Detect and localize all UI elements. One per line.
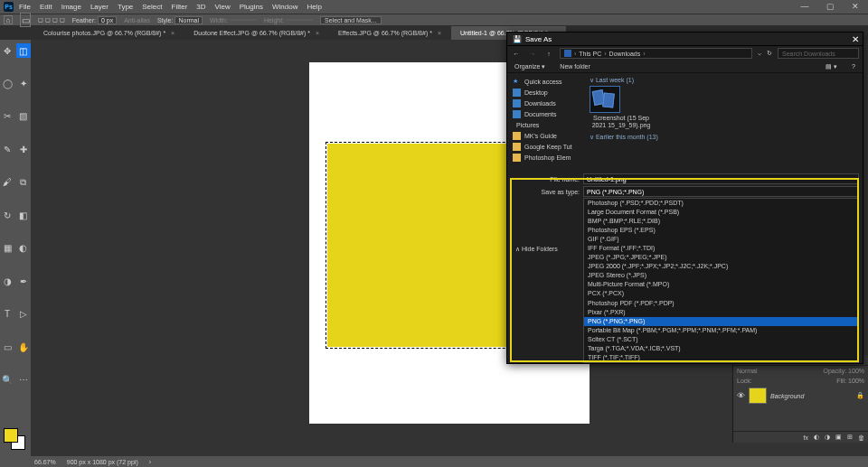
- type-option-pixar[interactable]: Pixar (*.PXR): [584, 308, 858, 317]
- organize-dropdown[interactable]: Organize ▾: [514, 63, 545, 70]
- style-dropdown[interactable]: Normal: [175, 16, 203, 24]
- healing-tool-icon[interactable]: ✚: [16, 142, 31, 156]
- menu-layer[interactable]: Layer: [90, 3, 108, 11]
- menu-select[interactable]: Select: [142, 3, 162, 11]
- frame-tool-icon[interactable]: ▧: [16, 109, 31, 124]
- mask-icon[interactable]: ◐: [814, 434, 819, 441]
- menu-help[interactable]: Help: [307, 3, 321, 11]
- blur-tool-icon[interactable]: ◐: [16, 241, 31, 256]
- gradient-tool-icon[interactable]: ▦: [0, 241, 14, 256]
- tab-colourise[interactable]: Colourise photos.JPG @ 66.7% (RGB/8#) *×: [34, 26, 184, 40]
- path-select-tool-icon[interactable]: ▷: [16, 307, 31, 322]
- more-tools-icon[interactable]: ⋯: [16, 373, 31, 388]
- close-icon[interactable]: ×: [316, 30, 319, 36]
- fill-value[interactable]: 100%: [848, 378, 864, 384]
- type-option-eps[interactable]: Photoshop EPS (*.EPS): [584, 226, 858, 235]
- fx-icon[interactable]: fx: [804, 434, 808, 441]
- layer-row-background[interactable]: 👁 Background 🔒: [733, 386, 868, 406]
- quick-select-tool-icon[interactable]: ✦: [16, 76, 31, 90]
- chevron-down-icon[interactable]: ⌵: [758, 50, 761, 57]
- nav-forward-icon[interactable]: →: [527, 51, 538, 57]
- eraser-tool-icon[interactable]: ◧: [16, 208, 31, 222]
- menu-filter[interactable]: Filter: [172, 3, 188, 11]
- search-input[interactable]: Search Downloads: [778, 48, 859, 59]
- help-icon[interactable]: ?: [852, 63, 855, 70]
- stamp-tool-icon[interactable]: ⧉: [16, 175, 31, 190]
- menu-image[interactable]: Image: [61, 3, 81, 11]
- nav-back-icon[interactable]: ←: [511, 51, 522, 57]
- menu-type[interactable]: Type: [118, 3, 133, 11]
- menu-3d[interactable]: 3D: [196, 3, 205, 11]
- blend-mode-dropdown[interactable]: Normal: [737, 368, 758, 374]
- layer-thumbnail[interactable]: [749, 388, 767, 404]
- eyedropper-tool-icon[interactable]: ✎: [0, 142, 14, 156]
- menu-plugins[interactable]: Plugins: [240, 3, 263, 11]
- close-button[interactable]: ✕: [843, 0, 868, 13]
- dialog-title-bar[interactable]: 💾 Save As ✕: [507, 33, 863, 46]
- zoom-tool-icon[interactable]: 🔍: [0, 373, 14, 388]
- save-type-dropdown[interactable]: PNG (*.PNG;*.PNG): [583, 186, 859, 197]
- sidebar-mks-guide[interactable]: MK's Guide: [507, 130, 584, 141]
- file-thumbnail[interactable]: [590, 86, 620, 113]
- type-option-mpo[interactable]: Multi-Picture Format (*.MPO): [584, 280, 858, 289]
- shape-tool-icon[interactable]: ▭: [0, 340, 14, 354]
- color-swatches[interactable]: [4, 428, 25, 450]
- menu-view[interactable]: View: [215, 3, 231, 11]
- lasso-tool-icon[interactable]: ◯: [0, 76, 14, 90]
- type-tool-icon[interactable]: T: [0, 307, 14, 322]
- breadcrumb-downloads[interactable]: Downloads: [609, 51, 641, 57]
- selection-mode-icons[interactable]: ◻ ◻ ◻ ◻: [38, 16, 65, 23]
- visibility-eye-icon[interactable]: 👁: [737, 391, 745, 400]
- type-option-pdf[interactable]: Photoshop PDF (*.PDF;*.PDP): [584, 299, 858, 308]
- type-option-iff[interactable]: IFF Format (*.IFF;*.TDI): [584, 244, 858, 253]
- breadcrumb-pc[interactable]: This PC: [579, 51, 601, 57]
- minimize-button[interactable]: —: [792, 0, 817, 13]
- new-layer-icon[interactable]: ⊞: [847, 434, 853, 441]
- sidebar-google-keep[interactable]: Google Keep Tut: [507, 141, 584, 152]
- nav-up-icon[interactable]: ↑: [543, 51, 554, 57]
- tool-preset-icon[interactable]: ▭: [20, 13, 31, 27]
- dialog-close-button[interactable]: ✕: [852, 34, 859, 44]
- new-folder-button[interactable]: New folder: [560, 63, 590, 70]
- pen-tool-icon[interactable]: ✒: [16, 274, 31, 288]
- file-name-label[interactable]: Screenshot (15 Sep 2021 15_19_59).png: [590, 115, 653, 128]
- view-options-icon[interactable]: ▤ ▾: [826, 63, 837, 70]
- group-last-week[interactable]: ∨ Last week (1): [590, 77, 857, 84]
- select-and-mask-button[interactable]: Select and Mask...: [320, 16, 382, 24]
- sidebar-photoshop-elem[interactable]: Photoshop Elem: [507, 152, 584, 163]
- hand-tool-icon[interactable]: ✋: [16, 340, 31, 354]
- type-option-targa[interactable]: Targa (*.TGA;*.VDA;*.ICB;*.VST): [584, 344, 858, 353]
- close-icon[interactable]: ×: [438, 30, 441, 36]
- group-icon[interactable]: ▣: [835, 434, 842, 441]
- zoom-level[interactable]: 66.67%: [34, 459, 56, 465]
- menu-window[interactable]: Window: [272, 3, 297, 11]
- home-icon[interactable]: ⌂: [4, 15, 13, 24]
- marquee-tool-icon[interactable]: ◫: [16, 43, 31, 58]
- crop-tool-icon[interactable]: ✂: [0, 109, 14, 124]
- type-option-scitex[interactable]: Scitex CT (*.SCT): [584, 335, 858, 344]
- type-option-jpeg2000[interactable]: JPEG 2000 (*.JPF;*.JPX;*.JP2;*.J2C;*.J2K…: [584, 262, 858, 271]
- document-info[interactable]: 900 px x 1080 px (72 ppi): [67, 459, 138, 465]
- menu-edit[interactable]: Edit: [40, 3, 52, 11]
- opacity-value[interactable]: 100%: [848, 368, 864, 374]
- sidebar-desktop[interactable]: Desktop: [507, 87, 584, 98]
- type-option-jps[interactable]: JPEG Stereo (*.JPS): [584, 271, 858, 280]
- filename-input[interactable]: Untitled-1.png: [583, 173, 859, 184]
- close-icon[interactable]: ×: [171, 30, 175, 36]
- sidebar-documents[interactable]: Documents: [507, 108, 584, 119]
- move-tool-icon[interactable]: ✥: [0, 43, 14, 58]
- hide-folders-toggle[interactable]: ∧ Hide Folders: [515, 246, 558, 253]
- trash-icon[interactable]: 🗑: [858, 434, 864, 441]
- type-option-jpeg[interactable]: JPEG (*.JPG;*.JPEG;*.JPE): [584, 253, 858, 262]
- type-option-bmp[interactable]: BMP (*.BMP;*.RLE;*.DIB): [584, 217, 858, 226]
- chevron-right-icon[interactable]: ›: [149, 459, 151, 465]
- tab-effects[interactable]: Effects.JPG @ 66.7% (RGB/8#) *×: [329, 26, 451, 40]
- type-option-psb[interactable]: Large Document Format (*.PSB): [584, 208, 858, 217]
- feather-input[interactable]: 0 px: [98, 16, 117, 24]
- type-option-png-selected[interactable]: PNG (*.PNG;*.PNG): [584, 317, 858, 326]
- type-option-pcx[interactable]: PCX (*.PCX): [584, 289, 858, 298]
- sidebar-pictures[interactable]: Pictures: [507, 119, 584, 130]
- foreground-color-swatch[interactable]: [4, 428, 18, 443]
- lock-icon[interactable]: 🔒: [856, 392, 864, 399]
- type-option-psd[interactable]: Photoshop (*.PSD;*.PDD;*.PSDT): [584, 199, 858, 208]
